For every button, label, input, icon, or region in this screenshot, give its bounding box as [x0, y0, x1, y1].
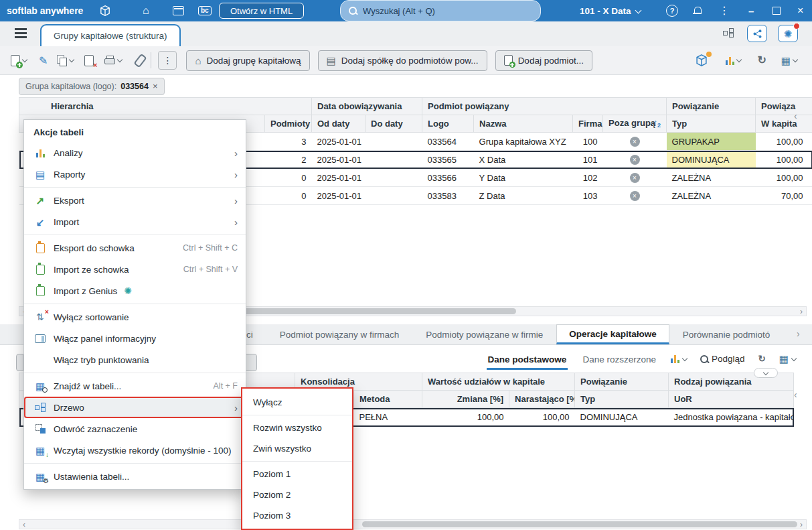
- minimize-button[interactable]: –: [748, 0, 754, 21]
- hamburger-menu-icon[interactable]: [15, 28, 27, 30]
- column-header-uor[interactable]: UoR: [669, 391, 794, 408]
- add-capital-group-button[interactable]: ⌂ Dodaj grupę kapitałową: [186, 50, 309, 71]
- share-button[interactable]: [747, 25, 767, 42]
- menu-item-znajdz-w-tabeli[interactable]: ▦ Znajdź w tabeli... Alt + F: [24, 375, 246, 397]
- submenu-item-zwin-wszystko[interactable]: Zwiń wszystko: [242, 438, 352, 459]
- preview-button[interactable]: Podgląd: [700, 354, 745, 364]
- related-data-button[interactable]: [695, 54, 708, 67]
- menu-item-wylacz-sortowanie[interactable]: ⇅× Wyłącz sortowanie: [24, 306, 246, 328]
- group-header-powiazanie[interactable]: Powiązanie: [575, 373, 669, 391]
- collapse-right-panel-icon[interactable]: ‹: [794, 390, 797, 399]
- tab-podmiot-powiazany-w-firmach[interactable]: Podmiot powiązany w firmach: [266, 324, 413, 344]
- menu-item-raporty[interactable]: ▤ Raporty ›: [24, 163, 246, 185]
- cube-icon[interactable]: [99, 0, 111, 21]
- group-header-podmiot-powiazany[interactable]: Podmiot powiązany: [422, 98, 667, 115]
- column-header-do-daty[interactable]: Do daty: [366, 115, 422, 133]
- app-card-icon[interactable]: [173, 0, 184, 21]
- maximize-button[interactable]: [773, 0, 781, 21]
- menu-item-wlacz-panel-informacyjny[interactable]: Włącz panel informacyjny: [24, 328, 246, 349]
- menu-item-import-z-genius[interactable]: Import z Genius ✺: [24, 280, 246, 302]
- search-input[interactable]: [361, 5, 498, 17]
- delete-button[interactable]: ×: [84, 55, 94, 66]
- column-header-zmiana[interactable]: Zmiana [%]: [422, 391, 509, 408]
- filter-chip[interactable]: Grupa kapitałowa (logo): 033564 ×: [19, 78, 165, 95]
- partially-hidden-button[interactable]: [16, 354, 23, 371]
- column-header-podmioty[interactable]: Podmioty: [265, 115, 312, 133]
- tree-submenu: Wyłącz Rozwiń wszystko Zwiń wszystko Poz…: [241, 387, 353, 530]
- table-options-button[interactable]: ▦: [781, 56, 797, 66]
- global-search[interactable]: [340, 0, 541, 21]
- column-header-typ[interactable]: Typ: [667, 115, 756, 133]
- more-actions-button[interactable]: ⋮: [158, 51, 177, 70]
- bottom-table-options-button[interactable]: ▦: [779, 354, 796, 364]
- scroll-left-icon[interactable]: ‹: [19, 520, 29, 529]
- group-header-powiazanie[interactable]: Powiązanie: [667, 98, 756, 115]
- tab-grupy-kapitalowe[interactable]: Grupy kapitałowe (struktura): [40, 24, 181, 46]
- tabs-scroll-right-icon[interactable]: ›: [797, 329, 800, 338]
- column-header-w-kapitale[interactable]: W kapita: [756, 115, 812, 133]
- submenu-item-poziom-1[interactable]: Poziom 1: [242, 464, 352, 484]
- bottom-table-hscrollbar[interactable]: ‹ ›: [19, 519, 807, 529]
- tab-porownanie-podmiotow[interactable]: Porównanie podmiotó: [669, 324, 784, 344]
- scrollbar-thumb[interactable]: [362, 521, 797, 527]
- menu-item-analizy[interactable]: Analizy ›: [24, 142, 246, 163]
- submenu-item-rozwin-wszystko[interactable]: Rozwiń wszystko: [242, 417, 352, 438]
- column-header-typ[interactable]: Typ: [575, 391, 669, 408]
- menu-item-ustawienia-tabeli[interactable]: ▦⚙ Ustawienia tabeli...: [24, 466, 246, 487]
- bottom-analyses-button[interactable]: [671, 354, 687, 363]
- group-header-hierarchia[interactable]: Hierarchia: [19, 98, 312, 115]
- submenu-item-wylacz[interactable]: Wyłącz: [242, 392, 352, 413]
- submenu-item-poziom-2[interactable]: Poziom 2: [242, 484, 352, 505]
- group-header-data-obowiazywania[interactable]: Data obowiązywania: [312, 98, 422, 115]
- collapse-right-panel-icon[interactable]: ‹: [794, 111, 797, 121]
- column-header-firma[interactable]: Firma: [573, 115, 603, 133]
- add-entity-button[interactable]: Dodaj podmiot...: [495, 50, 592, 71]
- add-company-button[interactable]: ▤ Dodaj spółkę do podmiotów pow...: [318, 50, 487, 71]
- group-header-powiazanie-2[interactable]: Powiąza: [756, 98, 812, 115]
- tab-operacje-kapitalowe[interactable]: Operacje kapitałowe: [556, 324, 669, 344]
- column-header-od-daty[interactable]: Od daty: [312, 115, 366, 133]
- remove-filter-icon[interactable]: ×: [153, 81, 158, 91]
- group-header-wartosc-udzialow[interactable]: Wartość udziałów w kapitale: [422, 373, 575, 391]
- bottom-refresh-button[interactable]: ↻: [758, 354, 766, 364]
- find-in-table-icon: ▦: [33, 381, 47, 391]
- help-button[interactable]: ?: [666, 0, 678, 21]
- submenu-item-poziom-3[interactable]: Poziom 3: [242, 505, 352, 526]
- collapse-panel-button[interactable]: [754, 368, 778, 378]
- open-in-html-button[interactable]: Otwórz w HTML: [219, 3, 304, 18]
- menu-item-wlacz-tryb-punktowania[interactable]: Włącz tryb punktowania: [24, 349, 246, 371]
- column-header-narastajaco[interactable]: Narastająco [%]: [509, 391, 575, 408]
- column-header-poza-grupa[interactable]: ↑2 Poza grupą: [603, 115, 667, 133]
- column-header-metoda[interactable]: Metoda: [354, 391, 422, 408]
- genius-assistant-button[interactable]: ✺: [778, 25, 798, 42]
- hierarchy-panel-icon[interactable]: [723, 28, 734, 40]
- menu-item-drzewo[interactable]: Drzewo ›: [24, 397, 246, 418]
- not-in-group-icon: ×: [630, 173, 640, 183]
- edit-button[interactable]: ✎: [39, 54, 48, 67]
- new-record-button[interactable]: [11, 55, 27, 66]
- print-button[interactable]: [104, 56, 122, 65]
- titlebar-kebab-menu[interactable]: ⋮: [719, 0, 730, 21]
- menu-item-wczytaj-wszystkie-rekordy[interactable]: ▦↓ Wczytaj wszystkie rekordy (domyślnie …: [24, 440, 246, 461]
- column-header-logo[interactable]: Logo: [422, 115, 474, 133]
- column-header-nazwa[interactable]: Nazwa: [474, 115, 573, 133]
- refresh-button[interactable]: ↻: [757, 55, 766, 66]
- menu-item-import-ze-schowka[interactable]: Import ze schowka Ctrl + Shift + V: [24, 259, 246, 280]
- subtab-dane-rozszerzone[interactable]: Dane rozszerzone: [581, 348, 657, 370]
- analyses-button[interactable]: [726, 56, 741, 65]
- copy-button[interactable]: [57, 55, 74, 66]
- home-icon[interactable]: ⌂: [143, 0, 149, 21]
- subtab-dane-podstawowe[interactable]: Dane podstawowe: [487, 348, 568, 370]
- menu-item-odwroc-zaznaczenie[interactable]: Odwróć zaznaczenie: [24, 418, 246, 440]
- scroll-right-icon[interactable]: ›: [797, 520, 806, 529]
- menu-item-import[interactable]: ↙ Import ›: [24, 211, 246, 233]
- close-button[interactable]: ×: [797, 0, 803, 21]
- tab-podmioty-powiazane-w-firmie[interactable]: Podmioty powiązane w firmie: [412, 324, 556, 344]
- menu-item-eksport[interactable]: ↗ Eksport ›: [24, 190, 246, 211]
- notifications-button[interactable]: [693, 0, 702, 21]
- bc-app-icon[interactable]: bc: [198, 0, 212, 21]
- menu-item-eksport-do-schowka[interactable]: Eksport do schowka Ctrl + Shift + C: [24, 237, 246, 259]
- company-selector[interactable]: 101 - X Data: [580, 0, 641, 21]
- attachments-button[interactable]: [137, 54, 144, 67]
- scroll-right-icon[interactable]: ›: [797, 307, 806, 316]
